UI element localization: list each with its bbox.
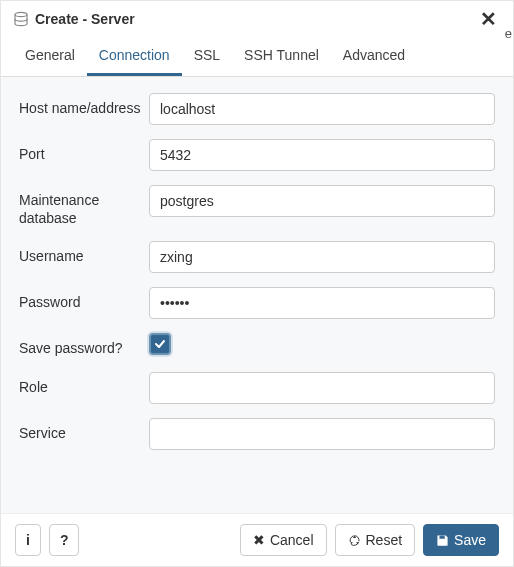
dialog-title: Create - Server [35, 11, 476, 27]
label-port: Port [19, 139, 149, 163]
help-icon: ? [60, 532, 69, 548]
service-input[interactable] [149, 418, 495, 450]
row-role: Role [19, 372, 495, 404]
label-maintenance-db: Maintenance database [19, 185, 149, 227]
check-icon [154, 338, 166, 350]
tab-advanced[interactable]: Advanced [331, 37, 417, 76]
maintenance-db-input[interactable] [149, 185, 495, 217]
tab-connection[interactable]: Connection [87, 37, 182, 76]
recycle-icon [348, 534, 361, 547]
dialog-footer: i ? ✖ Cancel Reset Save [1, 513, 513, 566]
save-icon [436, 534, 449, 547]
row-save-password: Save password? [19, 333, 495, 357]
dialog-body: Host name/address Port Maintenance datab… [1, 77, 513, 513]
dialog-header: Create - Server ✕ [1, 1, 513, 37]
username-input[interactable] [149, 241, 495, 273]
row-maintenance-db: Maintenance database [19, 185, 495, 227]
save-label: Save [454, 532, 486, 548]
info-button[interactable]: i [15, 524, 41, 556]
label-host: Host name/address [19, 93, 149, 117]
password-input[interactable] [149, 287, 495, 319]
reset-label: Reset [366, 532, 403, 548]
tab-general[interactable]: General [13, 37, 87, 76]
tabs: General Connection SSL SSH Tunnel Advanc… [1, 37, 513, 77]
tab-ssh-tunnel[interactable]: SSH Tunnel [232, 37, 331, 76]
help-button[interactable]: ? [49, 524, 80, 556]
tab-ssl[interactable]: SSL [182, 37, 232, 76]
close-icon: ✕ [480, 8, 497, 30]
cancel-icon: ✖ [253, 532, 265, 548]
row-service: Service [19, 418, 495, 450]
save-password-toggle[interactable] [149, 333, 171, 355]
row-password: Password [19, 287, 495, 319]
label-password: Password [19, 287, 149, 311]
close-button[interactable]: ✕ [476, 9, 501, 29]
reset-button[interactable]: Reset [335, 524, 416, 556]
server-icon [13, 11, 29, 27]
cancel-label: Cancel [270, 532, 314, 548]
label-save-password: Save password? [19, 333, 149, 357]
port-input[interactable] [149, 139, 495, 171]
save-button[interactable]: Save [423, 524, 499, 556]
host-input[interactable] [149, 93, 495, 125]
role-input[interactable] [149, 372, 495, 404]
label-username: Username [19, 241, 149, 265]
row-username: Username [19, 241, 495, 273]
create-server-dialog: Create - Server ✕ General Connection SSL… [0, 0, 514, 567]
cancel-button[interactable]: ✖ Cancel [240, 524, 327, 556]
svg-point-0 [15, 12, 27, 16]
info-icon: i [26, 532, 30, 548]
row-port: Port [19, 139, 495, 171]
label-role: Role [19, 372, 149, 396]
label-service: Service [19, 418, 149, 442]
row-host: Host name/address [19, 93, 495, 125]
stray-char: e [505, 26, 512, 41]
